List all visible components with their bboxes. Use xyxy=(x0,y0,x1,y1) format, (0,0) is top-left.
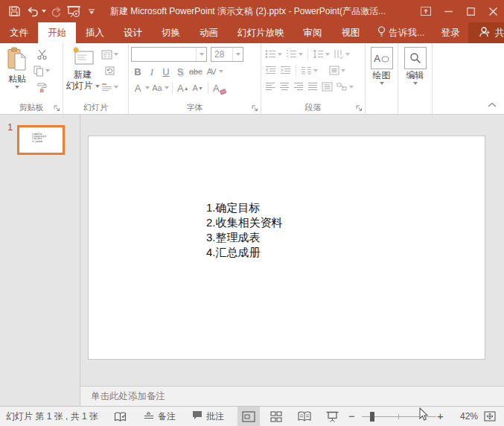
bold-button[interactable]: B xyxy=(131,64,144,78)
clear-formatting-button[interactable]: A xyxy=(211,80,228,95)
justify-icon[interactable] xyxy=(306,80,319,94)
clipboard-dialog-launcher-icon[interactable] xyxy=(53,104,61,112)
increase-indent-icon[interactable] xyxy=(278,63,293,77)
change-case-dropdown-icon[interactable] xyxy=(165,86,169,89)
reset-slide-icon[interactable] xyxy=(100,64,119,77)
close-icon[interactable] xyxy=(482,0,504,22)
tab-design[interactable]: 设计 xyxy=(114,22,152,43)
zoom-level[interactable]: 42% xyxy=(451,407,478,426)
notes-pane[interactable]: 单击此处添加备注 xyxy=(80,386,504,406)
grow-font-button[interactable]: A▲ xyxy=(176,80,191,95)
tab-file[interactable]: 文件 xyxy=(0,22,38,43)
mouse-cursor xyxy=(418,407,430,425)
section-icon[interactable] xyxy=(100,80,119,94)
text-direction-icon[interactable] xyxy=(332,47,351,61)
font-color-dropdown-icon[interactable] xyxy=(145,86,150,89)
font-name-combobox[interactable] xyxy=(131,47,207,62)
editing-dropdown-icon[interactable] xyxy=(413,82,418,85)
change-case-button[interactable]: Aa xyxy=(150,80,164,95)
line-spacing-icon[interactable] xyxy=(311,47,331,61)
drawing-dropdown-icon[interactable] xyxy=(380,82,384,85)
paragraph-dialog-launcher-icon[interactable] xyxy=(355,104,363,112)
tab-transitions[interactable]: 切换 xyxy=(152,22,190,43)
tab-slideshow[interactable]: 幻灯片放映 xyxy=(228,22,294,43)
distribute-icon[interactable] xyxy=(320,80,334,94)
slide-sorter-view-button[interactable] xyxy=(265,407,287,426)
align-text-icon[interactable] xyxy=(328,63,347,77)
paste-dropdown-icon[interactable] xyxy=(15,86,19,89)
font-size-dropdown-icon[interactable] xyxy=(232,48,243,61)
underline-button[interactable]: U xyxy=(159,64,173,78)
zoom-slider-thumb[interactable] xyxy=(370,412,374,422)
character-spacing-button[interactable]: AV xyxy=(205,64,218,78)
align-right-icon[interactable] xyxy=(292,80,305,94)
text-shadow-button[interactable]: S xyxy=(173,64,187,78)
powerpoint-window: 新建 Microsoft PowerPoint 演示文稿 (2).pptx - … xyxy=(0,0,504,426)
collapse-ribbon-icon[interactable] xyxy=(488,99,497,109)
share-label: 共享 xyxy=(494,27,504,39)
layout-icon[interactable] xyxy=(100,48,119,61)
fit-slide-to-window-icon[interactable] xyxy=(484,407,496,426)
align-left-icon[interactable] xyxy=(264,80,277,94)
font-group: 28 B I U S abc AV A Aa xyxy=(129,43,261,114)
clipboard-group: 粘贴 剪贴板 xyxy=(0,43,63,114)
numbering-icon[interactable] xyxy=(284,47,304,61)
lightbulb-icon xyxy=(377,26,386,39)
character-spacing-dropdown-icon[interactable] xyxy=(219,70,223,73)
shrink-font-button[interactable]: A▼ xyxy=(191,80,205,95)
smartart-convert-icon[interactable] xyxy=(335,80,355,94)
start-slideshow-icon[interactable] xyxy=(66,3,82,19)
paste-button[interactable]: 粘贴 xyxy=(2,45,32,102)
slide-counter: 幻灯片 第 1 张 , 共 1 张 xyxy=(6,407,98,426)
maximize-icon[interactable] xyxy=(459,0,482,22)
tab-view[interactable]: 视图 xyxy=(332,22,370,43)
comment-icon xyxy=(192,410,202,422)
cut-icon[interactable] xyxy=(32,48,51,61)
zoom-in-button[interactable]: + xyxy=(437,407,444,426)
editing-button[interactable]: 编辑 xyxy=(404,45,427,102)
undo-icon[interactable] xyxy=(24,3,40,19)
minimize-icon[interactable] xyxy=(437,0,459,22)
slide-thumbnail[interactable]: 1.确定目标 2.收集相关资料 3.整理成表 4.汇总成册 xyxy=(17,125,65,155)
slideshow-view-button[interactable] xyxy=(321,407,343,426)
share-button[interactable]: 共享 xyxy=(468,22,504,43)
new-slide-button[interactable]: 新建 幻灯片 xyxy=(66,45,100,102)
zoom-slider-center-tick xyxy=(398,414,399,419)
comments-toggle[interactable]: 批注 xyxy=(192,407,224,426)
redo-icon xyxy=(48,3,64,19)
drawing-button[interactable]: A 绘图 xyxy=(371,45,393,102)
font-dialog-launcher-icon[interactable] xyxy=(251,104,259,112)
font-color-button[interactable]: A xyxy=(131,80,144,95)
copy-icon[interactable] xyxy=(32,64,51,77)
save-icon[interactable] xyxy=(6,3,22,19)
decrease-indent-icon[interactable] xyxy=(264,63,278,77)
italic-button[interactable]: I xyxy=(145,64,159,78)
tab-insert[interactable]: 插入 xyxy=(76,22,114,43)
align-center-icon[interactable] xyxy=(278,80,291,94)
new-slide-dropdown-icon[interactable] xyxy=(95,85,100,88)
notes-toggle[interactable]: 备注 xyxy=(144,407,176,426)
notes-toggle-label: 备注 xyxy=(158,410,176,423)
slide-canvas[interactable]: 1.确定目标 2.收集相关资料 3.整理成表 4.汇总成册 xyxy=(88,136,485,360)
reading-view-button[interactable] xyxy=(293,407,316,426)
undo-dropdown-icon[interactable] xyxy=(42,10,46,13)
format-painter-icon[interactable] xyxy=(32,80,51,94)
sign-in-button[interactable]: 登录 xyxy=(432,22,468,43)
zoom-out-button[interactable]: − xyxy=(348,407,355,426)
normal-view-button[interactable] xyxy=(237,407,260,426)
columns-icon[interactable] xyxy=(299,63,319,77)
font-name-dropdown-icon[interactable] xyxy=(196,48,206,61)
slides-group-label: 幻灯片 xyxy=(63,102,128,113)
bullets-icon[interactable] xyxy=(264,47,284,61)
tab-animations[interactable]: 动画 xyxy=(190,22,228,43)
spellcheck-icon[interactable] xyxy=(114,407,127,426)
ribbon-display-options-icon[interactable] xyxy=(415,0,437,22)
tab-review[interactable]: 审阅 xyxy=(294,22,332,43)
tell-me[interactable]: 告诉我... xyxy=(370,22,433,43)
window-title: 新建 Microsoft PowerPoint 演示文稿 (2).pptx - … xyxy=(110,5,386,18)
slide-text[interactable]: 1.确定目标 2.收集相关资料 3.整理成表 4.汇总成册 xyxy=(206,200,283,260)
customize-qat-icon[interactable] xyxy=(83,3,100,19)
tab-home[interactable]: 开始 xyxy=(38,22,76,43)
font-size-combobox[interactable]: 28 xyxy=(211,47,243,62)
strikethrough-button[interactable]: abc xyxy=(188,64,204,78)
